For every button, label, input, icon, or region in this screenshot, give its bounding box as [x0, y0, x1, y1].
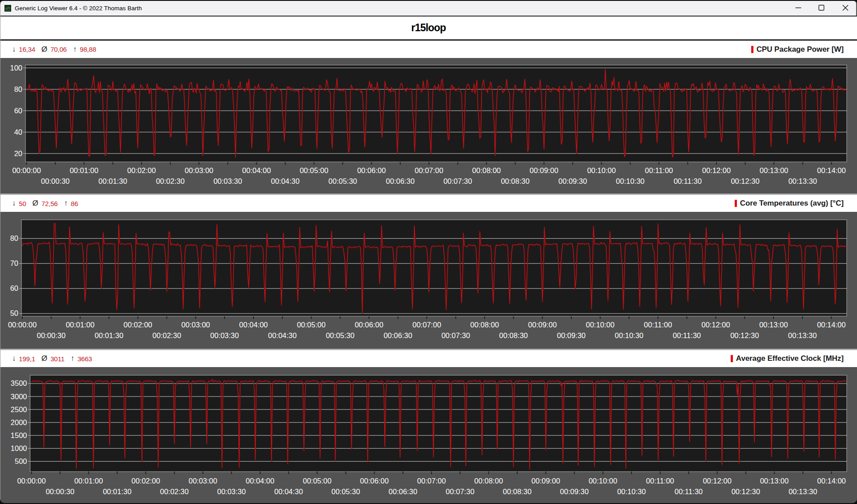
svg-text:00:07:00: 00:07:00	[412, 321, 441, 329]
svg-text:00:14:00: 00:14:00	[817, 477, 846, 485]
svg-text:1500: 1500	[11, 431, 27, 439]
svg-text:00:03:00: 00:03:00	[188, 477, 217, 485]
svg-text:2000: 2000	[11, 418, 27, 426]
svg-text:00:09:30: 00:09:30	[557, 331, 586, 339]
svg-text:00:07:30: 00:07:30	[441, 331, 470, 339]
svg-text:80: 80	[10, 234, 18, 242]
svg-text:00:14:00: 00:14:00	[817, 166, 846, 174]
svg-text:00:00:00: 00:00:00	[17, 477, 46, 485]
svg-text:00:01:00: 00:01:00	[74, 477, 103, 485]
svg-text:00:04:00: 00:04:00	[242, 166, 271, 174]
svg-text:00:02:30: 00:02:30	[160, 487, 188, 496]
svg-text:00:11:00: 00:11:00	[644, 321, 672, 329]
svg-text:00:00:00: 00:00:00	[8, 321, 37, 329]
svg-text:70: 70	[10, 259, 18, 267]
svg-text:60: 60	[14, 107, 22, 115]
svg-text:00:09:00: 00:09:00	[528, 321, 557, 329]
svg-text:00:13:30: 00:13:30	[789, 487, 817, 496]
svg-text:40: 40	[14, 128, 22, 136]
svg-text:00:13:30: 00:13:30	[788, 177, 817, 185]
svg-text:00:08:30: 00:08:30	[501, 177, 529, 185]
svg-text:00:07:00: 00:07:00	[415, 166, 443, 174]
svg-text:00:13:00: 00:13:00	[760, 477, 789, 485]
svg-text:00:03:00: 00:03:00	[185, 166, 213, 174]
svg-text:00:10:00: 00:10:00	[586, 321, 614, 329]
svg-text:00:08:00: 00:08:00	[474, 477, 503, 485]
svg-text:00:08:00: 00:08:00	[470, 321, 499, 329]
svg-text:00:00:30: 00:00:30	[46, 487, 74, 496]
svg-text:00:05:30: 00:05:30	[331, 487, 360, 496]
svg-text:50: 50	[10, 309, 18, 317]
svg-text:00:11:30: 00:11:30	[674, 487, 703, 496]
svg-text:00:08:30: 00:08:30	[503, 487, 532, 496]
svg-text:00:07:00: 00:07:00	[417, 477, 446, 485]
svg-text:00:12:30: 00:12:30	[732, 487, 760, 496]
svg-text:00:12:30: 00:12:30	[731, 177, 759, 185]
svg-text:00:10:30: 00:10:30	[617, 487, 646, 496]
svg-text:00:06:30: 00:06:30	[389, 487, 417, 496]
svg-text:00:04:00: 00:04:00	[239, 321, 268, 329]
svg-text:2500: 2500	[11, 405, 27, 413]
svg-text:00:09:00: 00:09:00	[530, 166, 558, 174]
svg-text:00:01:30: 00:01:30	[103, 487, 131, 496]
svg-text:00:07:30: 00:07:30	[446, 487, 474, 496]
svg-text:00:13:30: 00:13:30	[788, 331, 817, 339]
svg-text:60: 60	[10, 284, 18, 292]
svg-text:00:01:00: 00:01:00	[66, 321, 94, 329]
svg-text:00:10:00: 00:10:00	[589, 477, 617, 485]
svg-text:00:14:00: 00:14:00	[817, 321, 845, 329]
svg-text:00:13:00: 00:13:00	[759, 321, 788, 329]
svg-text:00:11:00: 00:11:00	[645, 166, 673, 174]
svg-text:00:09:30: 00:09:30	[560, 487, 589, 496]
svg-text:00:02:00: 00:02:00	[127, 166, 156, 174]
svg-text:00:10:30: 00:10:30	[616, 177, 645, 185]
svg-text:00:04:00: 00:04:00	[245, 477, 274, 485]
svg-text:100: 100	[10, 64, 22, 72]
svg-text:500: 500	[15, 457, 27, 465]
svg-text:00:10:00: 00:10:00	[587, 166, 616, 174]
svg-text:00:11:30: 00:11:30	[673, 331, 701, 339]
svg-text:00:02:00: 00:02:00	[124, 321, 152, 329]
svg-text:00:06:00: 00:06:00	[355, 321, 383, 329]
svg-text:00:08:30: 00:08:30	[499, 331, 528, 339]
svg-text:00:10:30: 00:10:30	[615, 331, 643, 339]
svg-text:00:00:30: 00:00:30	[37, 331, 66, 339]
svg-text:00:06:00: 00:06:00	[360, 477, 389, 485]
svg-text:00:05:00: 00:05:00	[300, 166, 328, 174]
svg-text:00:00:30: 00:00:30	[41, 177, 70, 185]
svg-text:00:03:30: 00:03:30	[217, 487, 245, 496]
svg-text:00:03:30: 00:03:30	[210, 331, 239, 339]
svg-text:00:02:30: 00:02:30	[153, 331, 181, 339]
svg-text:00:02:00: 00:02:00	[131, 477, 160, 485]
svg-text:00:04:30: 00:04:30	[271, 177, 300, 185]
svg-text:00:05:30: 00:05:30	[326, 331, 354, 339]
svg-text:3500: 3500	[11, 379, 27, 387]
svg-text:00:03:30: 00:03:30	[213, 177, 242, 185]
svg-text:00:06:30: 00:06:30	[383, 331, 412, 339]
svg-text:00:02:30: 00:02:30	[156, 177, 184, 185]
svg-text:00:04:30: 00:04:30	[274, 487, 303, 496]
svg-text:00:12:00: 00:12:00	[702, 166, 731, 174]
svg-text:00:01:30: 00:01:30	[99, 177, 127, 185]
svg-text:00:09:30: 00:09:30	[558, 177, 587, 185]
svg-text:00:06:00: 00:06:00	[357, 166, 386, 174]
svg-text:00:05:00: 00:05:00	[297, 321, 325, 329]
svg-text:00:12:00: 00:12:00	[703, 477, 732, 485]
svg-text:00:13:00: 00:13:00	[760, 166, 788, 174]
svg-text:00:00:00: 00:00:00	[12, 166, 41, 174]
svg-text:1000: 1000	[11, 444, 27, 452]
svg-text:00:03:00: 00:03:00	[181, 321, 210, 329]
svg-text:00:08:00: 00:08:00	[472, 166, 501, 174]
svg-text:00:01:00: 00:01:00	[70, 166, 98, 174]
svg-text:00:05:30: 00:05:30	[329, 177, 357, 185]
svg-text:00:11:30: 00:11:30	[674, 177, 702, 185]
svg-text:00:09:00: 00:09:00	[532, 477, 560, 485]
svg-text:20: 20	[14, 149, 22, 157]
svg-text:00:01:30: 00:01:30	[95, 331, 123, 339]
svg-text:00:06:30: 00:06:30	[386, 177, 415, 185]
svg-text:00:12:00: 00:12:00	[701, 321, 730, 329]
svg-text:00:11:00: 00:11:00	[646, 477, 674, 485]
svg-text:80: 80	[14, 85, 22, 93]
svg-text:00:05:00: 00:05:00	[303, 477, 331, 485]
svg-text:3000: 3000	[11, 392, 27, 401]
